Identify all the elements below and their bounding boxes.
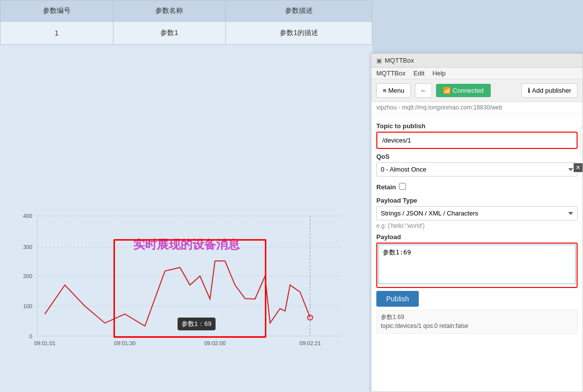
svg-text:09:02:21: 09:02:21 xyxy=(299,340,321,346)
col-header-desc: 参数描述 xyxy=(226,0,372,22)
svg-text:09:01:30: 09:01:30 xyxy=(114,340,136,346)
retain-checkbox[interactable] xyxy=(399,183,406,190)
table-row: 1 参数1 参数1的描述 xyxy=(0,22,372,45)
mqtt-app-icon: ▣ xyxy=(376,57,382,64)
chart-area: 实时展现的设备消息 400 300 200 100 0 09:01:01 09:… xyxy=(10,187,360,375)
signal-icon: 📶 xyxy=(443,87,451,94)
cell-id: 1 xyxy=(0,22,113,45)
chart-svg: 400 300 200 100 0 09:01:01 09:01:30 09:0… xyxy=(15,207,355,360)
col-header-id: 参数编号 xyxy=(0,0,113,22)
example-text: e.g: {'hello':'world'} xyxy=(376,222,578,229)
menu-mqttbox[interactable]: MQTTBox xyxy=(376,70,405,77)
log-area: 参数1:69 topic:/devices/1 qos:0 retain:fal… xyxy=(376,310,578,334)
connected-button[interactable]: 📶 Connected xyxy=(436,84,491,97)
log-line-2: topic:/devices/1 qos:0 retain:false xyxy=(381,322,573,329)
menu-button[interactable]: ≡ Menu xyxy=(376,83,411,98)
topic-input-wrapper xyxy=(376,132,578,149)
add-publisher-button[interactable]: ℹ Add publisher xyxy=(521,83,578,98)
cell-name: 参数1 xyxy=(113,22,226,45)
svg-text:09:02:00: 09:02:00 xyxy=(204,340,225,346)
table-container: 参数编号 参数名称 参数描述 1 参数1 参数1的描述 xyxy=(0,0,372,45)
chart-label: 实时展现的设备消息 xyxy=(133,237,240,252)
payload-textarea[interactable]: 参数1:69 xyxy=(378,245,576,284)
payload-type-label: Payload Type xyxy=(376,197,578,204)
qos-label: QoS xyxy=(376,153,578,160)
mqtt-content: Topic to publish 发送至设备id为1的主题上 QoS 0 - A… xyxy=(371,113,583,392)
svg-text:200: 200 xyxy=(23,273,33,279)
mqtt-titlebar: ▣ MQTTBox xyxy=(371,54,583,68)
topic-input[interactable] xyxy=(378,134,576,147)
retain-label: Retain xyxy=(376,183,396,191)
menu-help[interactable]: Help xyxy=(433,70,446,77)
data-table: 参数编号 参数名称 参数描述 1 参数1 参数1的描述 xyxy=(0,0,372,45)
mqtt-title: MQTTBox xyxy=(385,57,414,64)
info-icon: ℹ xyxy=(528,87,530,94)
menu-edit[interactable]: Edit xyxy=(413,70,424,77)
chart-wrapper: 400 300 200 100 0 09:01:01 09:01:30 09:0… xyxy=(15,207,355,360)
svg-text:100: 100 xyxy=(23,303,33,309)
svg-text:300: 300 xyxy=(23,244,33,250)
payload-wrapper: 参数1:69 xyxy=(376,243,578,288)
payload-label: Payload xyxy=(376,233,578,241)
svg-text:400: 400 xyxy=(23,213,33,219)
log-line-1: 参数1:69 xyxy=(381,313,573,321)
qos-select[interactable]: 0 - Almost Once 1 - At Least Once 2 - Ex… xyxy=(376,162,578,177)
topic-annotation: 发送至设备id为1的主题上 xyxy=(580,127,583,154)
back-button[interactable]: ← xyxy=(415,83,432,98)
svg-text:0: 0 xyxy=(29,333,32,339)
close-button[interactable]: ✕ xyxy=(574,163,583,172)
mqtt-url-bar: vipzhou - mqtt://mq.tongxinmao.com:18830… xyxy=(371,102,583,113)
mqtt-panel: ▣ MQTTBox MQTTBox Edit Help ≡ Menu ← 📶 C… xyxy=(371,53,583,392)
publish-button[interactable]: Publish xyxy=(376,291,419,307)
svg-text:09:01:01: 09:01:01 xyxy=(34,340,55,346)
payload-type-select[interactable]: Strings / JSON / XML / Characters JSON X… xyxy=(376,206,578,220)
mqtt-menubar[interactable]: MQTTBox Edit Help xyxy=(371,68,583,79)
chart-tooltip: 参数1：69 xyxy=(178,318,216,330)
retain-row: Retain xyxy=(376,179,578,193)
cell-desc: 参数1的描述 xyxy=(226,22,372,45)
topic-label: Topic to publish xyxy=(376,122,578,130)
col-header-name: 参数名称 xyxy=(113,0,226,22)
mqtt-toolbar: ≡ Menu ← 📶 Connected ℹ Add publisher xyxy=(371,79,583,102)
